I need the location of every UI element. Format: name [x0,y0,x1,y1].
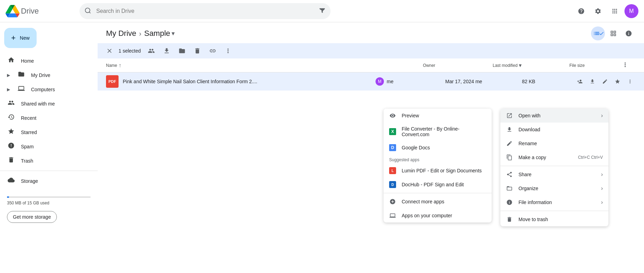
clear-selection-button[interactable] [106,47,113,54]
get-more-storage-button[interactable]: Get more storage [7,211,57,223]
context-menu-download[interactable]: Download [500,123,608,136]
more-file-button[interactable] [624,76,636,87]
search-bar-container [79,3,331,19]
context-menu-file-converter[interactable]: X File Converter - By Online-Convert.com [384,123,492,141]
col-modified-header[interactable]: Last modified ▾ [493,62,569,69]
storage-bar-fill [7,196,9,198]
sidebar-item-computers[interactable]: ▶ Computers [0,82,92,96]
context-menu-open-with[interactable]: Open with › [500,109,608,123]
organize-icon [506,185,513,192]
user-avatar[interactable]: M [624,4,638,18]
rename-label: Rename [518,141,537,146]
apps-computer-label: Apps on your computer [402,213,452,218]
breadcrumb-parent[interactable]: My Drive [106,29,136,38]
sidebar: + New Home ▶ My Drive [0,22,98,273]
context-menu-organize[interactable]: Organize › [500,181,608,195]
trash-icon [7,156,15,165]
file-info-icon [506,199,513,206]
connect-more-label: Connect more apps [402,199,444,204]
more-selected-button[interactable] [223,46,233,56]
share-arrow-icon: › [601,171,603,178]
sidebar-item-starred[interactable]: Starred [0,125,92,139]
context-menu-share[interactable]: Share › [500,167,608,181]
breadcrumb-current-label: Sample [144,29,170,38]
move-to-folder-button[interactable] [177,46,187,56]
file-size-cell: 82 KB [522,79,574,84]
list-view-button[interactable] [591,26,605,40]
context-menu-connect-more[interactable]: Connect more apps [384,195,492,209]
table-row[interactable]: PDF Pink and White Simple Nail Salon Cli… [98,72,644,91]
top-bar: Drive M [0,0,644,22]
context-menu-lumin[interactable]: L Lumin PDF - Edit or Sign Documents [384,164,492,178]
edit-file-button[interactable] [599,76,611,87]
preview-label: Preview [402,113,419,118]
context-menu-dochub[interactable]: D DocHub - PDF Sign and Edit [384,178,492,192]
content-header: My Drive › Sample ▾ [98,22,644,43]
context-menu-file-information[interactable]: File information › [500,195,608,209]
context-menu-make-copy[interactable]: Make a copy Ctrl+C Ctrl+V [500,150,608,164]
col-modified-label: Last modified [493,63,517,68]
computers-expand-icon: ▶ [7,87,10,92]
storage-bar-background [7,196,91,198]
preview-icon [389,112,396,119]
share-item-left: Share [506,171,531,178]
share-icon [506,171,513,178]
context-menu-preview[interactable]: Preview [384,109,492,123]
rename-icon [506,140,513,147]
sidebar-item-recent-label: Recent [21,115,36,121]
sidebar-item-storage[interactable]: Storage [0,174,92,188]
sidebar-item-home[interactable]: Home [0,54,92,68]
search-filter-icon[interactable] [319,7,326,15]
new-button-label: New [20,35,30,41]
make-copy-shortcut: Ctrl+C Ctrl+V [578,155,603,160]
breadcrumb-current[interactable]: Sample ▾ [144,29,175,38]
top-bar-right: M [574,4,638,18]
get-link-button[interactable] [208,46,218,56]
lumin-label: Lumin PDF - Edit or Sign Documents [402,168,482,173]
share-selected-button[interactable] [146,46,156,56]
context-menu-apps-computer[interactable]: Apps on your computer [384,209,492,223]
sidebar-item-recent[interactable]: Recent [0,111,92,125]
settings-button[interactable] [591,4,605,18]
info-panel-button[interactable] [622,26,636,40]
star-file-button[interactable] [612,76,623,87]
spam-icon [7,142,15,151]
help-button[interactable] [574,4,588,18]
context-menu-google-docs[interactable]: D Google Docs [384,141,492,155]
grid-view-button[interactable] [606,26,620,40]
recent-icon [7,114,15,122]
trash-selected-button[interactable] [192,46,202,56]
file-size-text: 82 KB [522,79,535,84]
add-person-button[interactable] [574,76,585,87]
file-modified-date: Mar 17, 2024 [445,79,474,84]
new-button[interactable]: + New [4,28,37,48]
file-row-actions [574,76,636,87]
sort-arrow-icon: ↑ [119,62,121,69]
google-docs-label: Google Docs [402,145,430,150]
sidebar-item-trash-label: Trash [21,158,33,164]
home-icon [7,56,15,65]
sidebar-item-shared[interactable]: Shared with me [0,96,92,111]
context-menu-rename[interactable]: Rename [500,136,608,150]
file-list-header: Name ↑ Owner Last modified ▾ File size [98,58,644,72]
context-menu-secondary: Open with › Download Rename [500,109,608,226]
sidebar-item-my-drive[interactable]: ▶ My Drive [0,68,92,82]
download-file-button[interactable] [587,76,598,87]
main-area: + New Home ▶ My Drive [0,22,644,273]
connect-more-icon [389,198,396,205]
col-name-label: Name [106,63,117,68]
col-more-header [622,61,636,69]
storage-bar-area: 350 MB of 15 GB used [0,191,98,208]
open-with-arrow-icon: › [601,112,603,119]
sidebar-item-trash[interactable]: Trash [0,154,92,168]
search-input[interactable] [79,3,331,19]
col-name-header[interactable]: Name ↑ [106,62,423,69]
sidebar-item-spam-label: Spam [21,144,34,149]
sidebar-item-spam[interactable]: Spam [0,139,92,154]
download-selected-button[interactable] [162,46,172,56]
col-owner-header: Owner [423,63,493,68]
file-converter-icon: X [389,128,396,135]
context-menu-move-trash[interactable]: Move to trash [500,212,608,226]
search-icon [84,7,91,15]
apps-button[interactable] [608,4,622,18]
